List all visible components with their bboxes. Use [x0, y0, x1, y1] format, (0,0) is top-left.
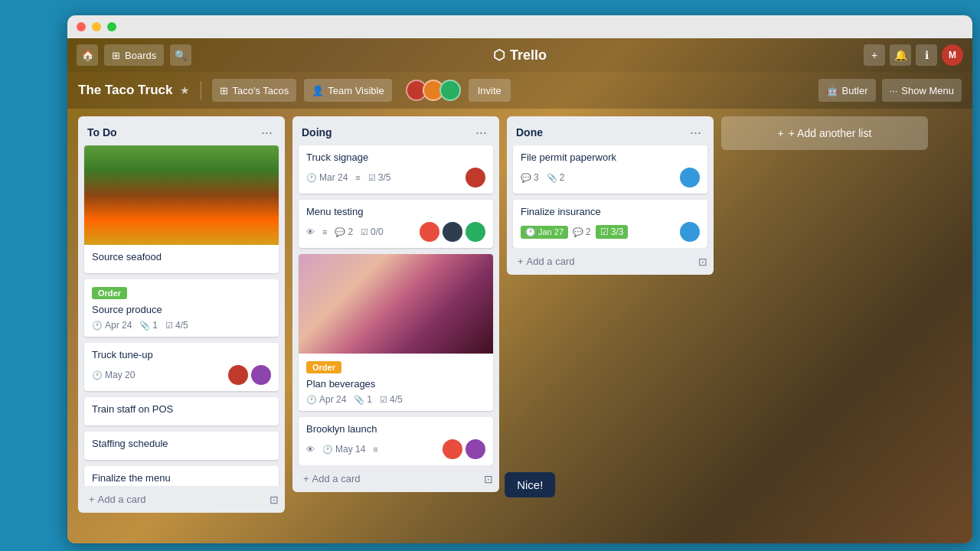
- card-avatars-signage: [466, 168, 485, 187]
- list-todo-title: To Do: [87, 126, 117, 139]
- add-icon-doing: +: [303, 473, 309, 484]
- card-source-seafood[interactable]: Source seafood: [84, 145, 279, 273]
- home-button[interactable]: 🏠: [77, 44, 98, 66]
- board-title[interactable]: The Taco Truck: [78, 83, 172, 98]
- archive-icon-doing[interactable]: ⊡: [484, 473, 493, 485]
- list-todo-menu-button[interactable]: ···: [258, 124, 276, 141]
- add-card-doing-button[interactable]: + Add a card: [299, 470, 364, 487]
- trello-icon: ⬡: [493, 47, 505, 64]
- card-source-produce[interactable]: Order Source produce 🕐 Apr 24 📎 1: [84, 279, 279, 337]
- invite-button[interactable]: Invite: [469, 79, 511, 102]
- card-footer-signage: 🕐 Mar 24 ≡ ☑ 3/5: [306, 168, 485, 187]
- meta-attach-permit: 📎 2: [547, 172, 565, 183]
- meta-attach-produce: 📎 1: [139, 320, 158, 331]
- show-menu-icon: ···: [890, 85, 898, 96]
- meta-check-beverages: ☑ 4/5: [380, 394, 403, 405]
- card-title-insurance: Finalize insurance: [521, 206, 700, 217]
- card-title-staffing: Staffing schedule: [92, 438, 271, 449]
- butler-button[interactable]: 🤖 Butler: [818, 79, 876, 102]
- star-icon[interactable]: ★: [180, 84, 190, 96]
- header-right: 🤖 Butler ··· Show Menu: [818, 79, 962, 102]
- meta-check-produce: ☑ 4/5: [165, 320, 188, 331]
- card-date-insurance: 🕐 Jan 27: [521, 226, 568, 239]
- top-nav: 🏠 ⊞ Boards 🔍 ⬡ Trello + 🔔 ℹ M: [67, 38, 972, 72]
- card-train-staff[interactable]: Train staff on POS: [84, 397, 279, 425]
- team-label: Team Visible: [328, 85, 384, 96]
- card-avatar-b1: [443, 439, 462, 459]
- clock-icon-2: 🕐: [92, 370, 103, 380]
- show-menu-button[interactable]: ··· Show Menu: [882, 79, 962, 102]
- card-meta-brooklyn: 👁 🕐 May 14 ≡: [306, 444, 378, 455]
- team-button[interactable]: 👤 Team Visible: [304, 79, 391, 102]
- card-avatar-t1: [420, 222, 439, 242]
- card-avatar-2: [251, 365, 271, 385]
- maximize-button[interactable]: [107, 22, 116, 31]
- card-finalize-insurance[interactable]: Finalize insurance 🕐 Jan 27 💬 2: [513, 200, 707, 248]
- card-truck-tune-up[interactable]: Truck tune-up 🕐 May 20: [84, 343, 279, 391]
- card-avatar-t2: [443, 222, 462, 242]
- card-title-train-staff: Train staff on POS: [92, 403, 271, 415]
- card-avatar-permit: [680, 168, 700, 187]
- workspace-button[interactable]: ⊞ Taco's Tacos: [212, 79, 296, 102]
- meta-date-tune-up: 🕐 May 20: [92, 370, 135, 380]
- show-menu-label: Show Menu: [901, 85, 954, 96]
- eye-icon: 👁: [306, 227, 315, 236]
- list-done-menu-button[interactable]: ···: [687, 124, 704, 141]
- desc-icon-2: ≡: [322, 227, 327, 236]
- card-meta-signage: 🕐 Mar 24 ≡ ☑ 3/5: [306, 172, 390, 183]
- desc-icon: ≡: [355, 173, 360, 182]
- list-doing-title: Doing: [302, 126, 332, 139]
- list-todo: To Do ··· Source seafood Order Source pr…: [78, 116, 285, 513]
- meta-desc-testing: ≡: [322, 227, 327, 236]
- meta-attach-beverages: 📎 1: [354, 394, 372, 405]
- card-menu-testing[interactable]: Menu testing 👁 ≡ 💬: [299, 200, 493, 248]
- meta-comment-permit: 💬 3: [521, 172, 539, 183]
- card-footer-permit: 💬 3 📎 2: [521, 168, 700, 187]
- board-content: To Do ··· Source seafood Order Source pr…: [67, 109, 972, 520]
- card-brooklyn-launch[interactable]: Brooklyn launch 👁 🕐 May 14: [299, 417, 493, 465]
- card-footer-brooklyn: 👁 🕐 May 14 ≡: [306, 439, 485, 459]
- card-title-finalize-menu: Finalize the menu: [92, 472, 271, 484]
- card-title-menu-testing: Menu testing: [306, 206, 485, 217]
- meta-date-beverages: 🕐 Apr 24: [306, 394, 346, 405]
- card-staffing-schedule[interactable]: Staffing schedule: [84, 432, 279, 460]
- add-icon-done: +: [518, 256, 524, 267]
- add-card-todo-button[interactable]: + Add a card: [84, 491, 150, 508]
- close-button[interactable]: [77, 22, 86, 31]
- list-done-cards: File permit paperwork 💬 3 📎 2: [507, 145, 714, 248]
- date-icon: 🕐: [525, 227, 536, 237]
- board-header: The Taco Truck ★ ⊞ Taco's Tacos 👤 Team V…: [67, 72, 972, 109]
- card-title-permit: File permit paperwork: [521, 152, 700, 163]
- info-button[interactable]: ℹ: [916, 44, 937, 66]
- meta-date-produce: 🕐 Apr 24: [92, 320, 132, 331]
- card-plan-beverages[interactable]: Order Plan beverages 🕐 Apr 24 📎 1: [299, 254, 493, 411]
- boards-button[interactable]: ⊞ Boards: [104, 44, 164, 66]
- butler-label: Butler: [842, 85, 868, 96]
- check-icon-done: ☑: [600, 227, 609, 237]
- search-button[interactable]: 🔍: [170, 44, 191, 66]
- notification-button[interactable]: 🔔: [890, 44, 911, 66]
- card-file-permit[interactable]: File permit paperwork 💬 3 📎 2: [513, 145, 707, 194]
- card-meta-permit: 💬 3 📎 2: [521, 172, 564, 183]
- checklist-badge-insurance: ☑ 3/3: [596, 225, 629, 239]
- add-card-done-button[interactable]: + Add a card: [513, 253, 579, 270]
- clock-icon: 🕐: [92, 321, 103, 331]
- archive-icon-todo[interactable]: ⊡: [270, 494, 279, 506]
- user-avatar[interactable]: M: [942, 44, 963, 66]
- list-doing-menu-button[interactable]: ···: [472, 124, 490, 141]
- minimize-button[interactable]: [92, 22, 101, 31]
- list-done-title: Done: [516, 126, 543, 139]
- card-footer-menu-testing: 👁 ≡ 💬 2 ☑: [306, 222, 485, 242]
- card-truck-signage[interactable]: Truck signage 🕐 Mar 24 ≡: [299, 145, 493, 194]
- card-label-produce: Order: [92, 287, 127, 299]
- add-list-button[interactable]: + + Add another list: [721, 116, 928, 150]
- clock-icon-4: 🕐: [306, 395, 317, 405]
- boards-icon: ⊞: [112, 50, 120, 61]
- meta-watch-testing: 👁: [306, 227, 315, 236]
- meta-check-testing: ☑ 0/0: [361, 227, 384, 237]
- card-finalize-menu[interactable]: Finalize the menu 📎 2 ☑ 5/7: [84, 466, 279, 486]
- member-avatar-3[interactable]: [439, 80, 461, 101]
- add-button[interactable]: +: [864, 44, 885, 66]
- card-avatars-insurance: [680, 222, 700, 242]
- archive-icon-done[interactable]: ⊡: [698, 256, 707, 268]
